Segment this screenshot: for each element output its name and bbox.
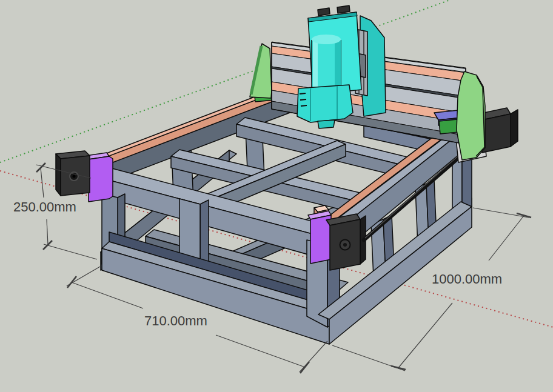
spindle-nose <box>318 120 335 128</box>
dimension-label-height: 250.00mm <box>13 199 76 214</box>
dimension-label-width: 710.00mm <box>144 313 207 328</box>
cad-scene: 250.00mm 710.00mm 1000.00mm <box>0 0 553 392</box>
motor-mount-plate-left <box>89 156 113 202</box>
3d-viewport[interactable]: 250.00mm 710.00mm 1000.00mm <box>0 0 553 392</box>
dimension-label-depth: 1000.00mm <box>432 271 502 287</box>
spindle-clamp <box>297 85 353 122</box>
spindle-motor-cylinder <box>312 35 341 91</box>
motor-body-right <box>482 114 511 153</box>
